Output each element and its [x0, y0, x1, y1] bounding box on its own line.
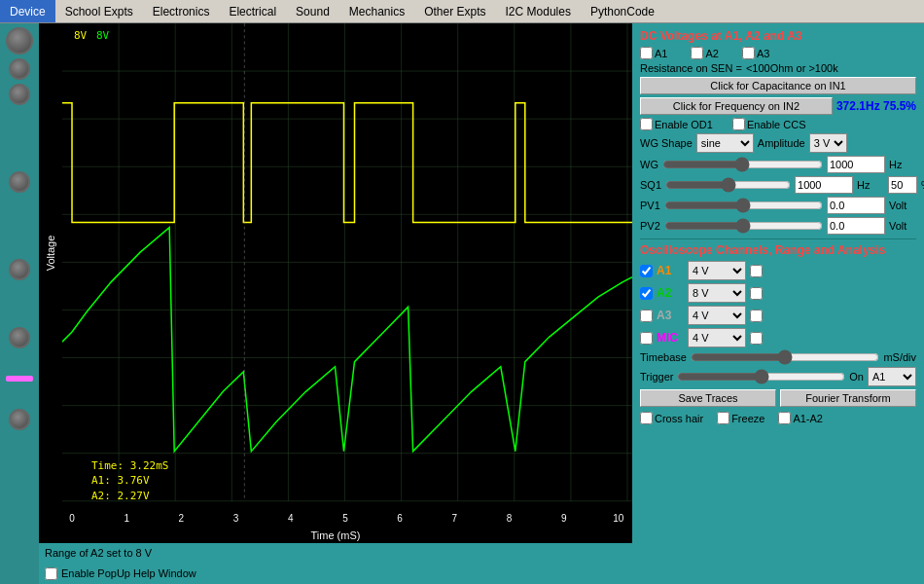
ch-mic-extra[interactable]	[750, 332, 763, 345]
scope-area: Voltage 8V 8V	[39, 23, 632, 584]
knob-5[interactable]	[9, 259, 30, 280]
frequency-btn[interactable]: Click for Frequency on IN2	[640, 97, 833, 115]
trigger-row: Trigger On A1A2A3	[640, 367, 916, 386]
ch-a2-range[interactable]: 8 V4 V2 V1 V	[688, 283, 746, 303]
menu-mechanics[interactable]: Mechanics	[339, 0, 414, 22]
freeze-checkbox[interactable]	[717, 412, 729, 424]
menu-sound[interactable]: Sound	[286, 0, 339, 22]
a1-a2-text: A1-A2	[793, 413, 823, 424]
pv2-input[interactable]	[827, 217, 885, 235]
footer-row: Cross hair Freeze A1-A2	[640, 412, 916, 424]
amplitude-select[interactable]: 3 V 1 V 2 V 5 V	[809, 133, 847, 153]
wg-freq-slider[interactable]	[662, 158, 823, 171]
pv1-input[interactable]	[827, 197, 885, 214]
wg-label: WG	[640, 159, 658, 170]
menu-device[interactable]: Device	[0, 0, 55, 22]
pv1-slider[interactable]	[664, 199, 823, 212]
time-readout: Time: 3.22mS	[91, 458, 168, 473]
ch-a2-extra[interactable]	[750, 287, 763, 300]
trigger-slider-container	[677, 370, 845, 383]
ccs-label[interactable]: Enable CCS	[732, 118, 806, 130]
ch-mic-range[interactable]: 4 V2 V8 V1 V	[688, 328, 746, 347]
resistance-row: Resistance on SEN = <100Ohm or >100k	[640, 62, 916, 74]
tick-0: 0	[62, 513, 82, 524]
pv2-slider[interactable]	[664, 219, 823, 233]
enable-row: Enable OD1 Enable CCS	[640, 118, 916, 130]
ch-a3-range[interactable]: 4 V2 V8 V1 V	[688, 306, 746, 325]
sq1-freq-slider[interactable]	[665, 178, 791, 192]
sq1-label: SQ1	[640, 179, 661, 191]
a1-check-label[interactable]: A1	[640, 47, 667, 59]
a1-a2-checkbox[interactable]	[778, 412, 791, 424]
timebase-row: Timebase mS/div	[640, 350, 916, 364]
knob-4[interactable]	[9, 171, 30, 193]
wg-slider-container	[662, 158, 823, 171]
sq1-duty-input[interactable]	[888, 176, 917, 194]
wg-freq-unit: Hz	[889, 159, 916, 170]
ch-a3-checkbox[interactable]	[640, 310, 653, 322]
od1-label[interactable]: Enable OD1	[640, 118, 713, 130]
menu-other-expts[interactable]: Other Expts	[414, 0, 495, 22]
enable-popup-checkbox[interactable]	[45, 567, 57, 580]
menu-electronics[interactable]: Electronics	[143, 0, 220, 22]
scope-svg	[62, 23, 632, 511]
a3-check-label[interactable]: A3	[742, 47, 769, 59]
timebase-slider[interactable]	[691, 350, 879, 364]
scope-plot[interactable]: 8V 8V	[62, 23, 632, 511]
knob-6[interactable]	[9, 327, 30, 348]
save-traces-btn[interactable]: Save Traces	[640, 389, 776, 407]
ch-a1-checkbox[interactable]	[640, 265, 653, 277]
wg-shape-select[interactable]: sine square triangle	[696, 133, 754, 153]
menu-i2c-modules[interactable]: I2C Modules	[496, 0, 581, 22]
tick-1: 1	[117, 513, 136, 524]
x-axis-label: Time (mS)	[39, 528, 632, 543]
ch-mic-checkbox[interactable]	[640, 332, 653, 345]
trigger-channel-select[interactable]: A1A2A3	[868, 367, 916, 386]
crosshair-label[interactable]: Cross hair	[640, 412, 703, 424]
knob-3[interactable]	[9, 84, 30, 105]
ch-a3-label: A3	[657, 309, 684, 322]
freeze-label[interactable]: Freeze	[717, 412, 764, 424]
ch-a3-row: A3 4 V2 V8 V1 V	[640, 306, 916, 325]
save-fourier-row: Save Traces Fourier Transform	[640, 389, 916, 407]
menu-electrical[interactable]: Electrical	[219, 0, 286, 22]
resistance-label: Resistance on SEN =	[640, 62, 742, 74]
crosshair-checkbox[interactable]	[640, 412, 653, 424]
left-controls	[0, 23, 39, 584]
fourier-btn[interactable]: Fourier Transform	[780, 389, 916, 407]
sq1-freq-input[interactable]	[795, 176, 853, 194]
trigger-label: Trigger	[640, 371, 673, 383]
menu-school-expts[interactable]: School Expts	[55, 0, 143, 22]
a2-checkbox[interactable]	[691, 47, 703, 59]
sq1-slider-container	[665, 178, 791, 192]
knob-1[interactable]	[6, 27, 33, 55]
dc-checks-row: A1 A2 A3	[640, 47, 916, 59]
a2-check-label[interactable]: A2	[691, 47, 718, 59]
ch-a2-checkbox[interactable]	[640, 287, 653, 300]
a3-checkbox[interactable]	[742, 47, 755, 59]
ccs-checkbox[interactable]	[732, 118, 745, 130]
knob-7[interactable]	[9, 409, 30, 430]
menu-python-code[interactable]: PythonCode	[581, 0, 664, 22]
wg-freq-input[interactable]	[827, 156, 885, 173]
ch-a1-extra[interactable]	[750, 265, 763, 277]
od1-checkbox[interactable]	[640, 118, 653, 130]
marker	[6, 376, 33, 382]
pv2-unit: Volt	[889, 220, 916, 232]
pv2-row: PV2 Volt	[640, 217, 916, 235]
a1-a2-label[interactable]: A1-A2	[778, 412, 823, 424]
freeze-text: Freeze	[731, 413, 764, 424]
knob-2[interactable]	[9, 58, 30, 80]
a1-checkbox[interactable]	[640, 47, 653, 59]
ccs-text: Enable CCS	[747, 119, 806, 130]
capacitance-btn[interactable]: Click for Capacitance on IN1	[640, 77, 916, 94]
timebase-slider-container	[691, 350, 879, 364]
divider-1	[640, 238, 916, 239]
a2-label: A2	[705, 48, 718, 59]
voltage-label-wrapper: Voltage	[41, 23, 60, 482]
right-panel: DC Voltages at A1, A2 and A3 A1 A2 A3 Re…	[632, 23, 924, 584]
y-axis: Voltage	[39, 23, 62, 511]
trigger-slider[interactable]	[677, 370, 845, 383]
ch-a3-extra[interactable]	[750, 310, 763, 322]
ch-a1-range[interactable]: 4 V2 V8 V1 V	[688, 261, 746, 280]
